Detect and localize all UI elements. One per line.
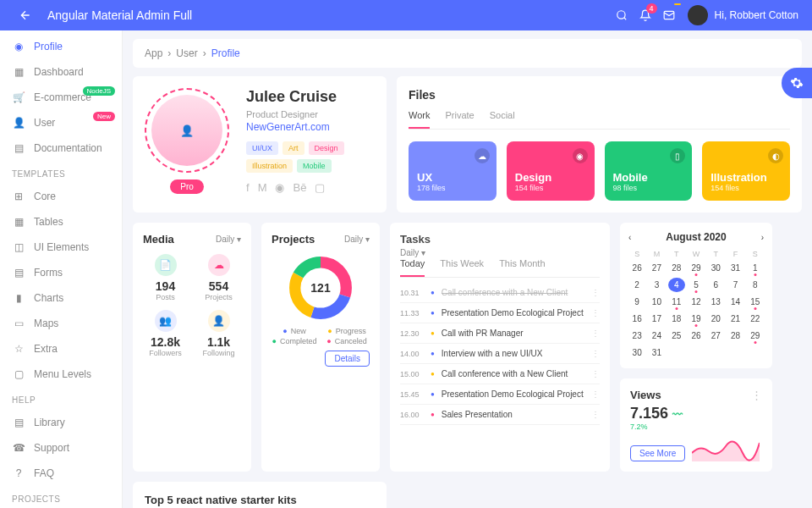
cal-day[interactable]: 27: [707, 329, 724, 343]
cal-day[interactable]: 17: [648, 312, 665, 326]
tag-illustration: Illustration: [246, 159, 293, 173]
cal-day[interactable]: 3: [648, 278, 665, 292]
cal-day[interactable]: 18: [668, 312, 685, 326]
cal-day[interactable]: 4: [668, 278, 685, 292]
tasks-select[interactable]: Daily ▾: [400, 248, 425, 257]
cal-day[interactable]: 6: [707, 278, 724, 292]
file-tab-social[interactable]: Social: [490, 110, 515, 129]
more-icon[interactable]: ⋮: [751, 389, 762, 401]
task-more-icon[interactable]: ⋮: [591, 369, 600, 378]
cal-day[interactable]: 30: [707, 261, 724, 275]
nav-user[interactable]: 👤UserNew: [0, 110, 122, 135]
nav-dashboard[interactable]: ▦Dashboard: [0, 59, 122, 85]
nav-documentation[interactable]: ▤Documentation: [0, 135, 122, 161]
cal-day[interactable]: 7: [727, 278, 743, 292]
cal-day[interactable]: 19: [688, 312, 705, 326]
nav-forms[interactable]: ▤Forms: [0, 260, 122, 285]
cal-day[interactable]: 26: [628, 261, 645, 275]
file-tab-work[interactable]: Work: [409, 110, 430, 129]
task-tab-today[interactable]: Today: [400, 258, 425, 277]
cal-day[interactable]: 31: [648, 345, 665, 360]
cal-next[interactable]: ›: [761, 233, 764, 242]
greeting: Hi, Robbert Cotton: [715, 9, 798, 21]
nav-support[interactable]: ☎Support: [0, 435, 122, 461]
task-more-icon[interactable]: ⋮: [591, 288, 600, 297]
see-more-button[interactable]: See More: [630, 445, 685, 461]
file-tab-private[interactable]: Private: [445, 110, 474, 129]
nav-charts[interactable]: ▮Charts: [0, 285, 122, 311]
task-more-icon[interactable]: ⋮: [591, 308, 600, 318]
cal-day[interactable]: 15: [747, 295, 764, 309]
nav-e-commerce[interactable]: 🛒E-commerceNodeJS: [0, 85, 122, 110]
cal-day[interactable]: 9: [628, 295, 645, 309]
section-projects: PROJECTS: [0, 486, 122, 508]
nav-tables[interactable]: ▦Tables: [0, 209, 122, 235]
nav-core[interactable]: ⊞Core: [0, 184, 122, 209]
nav-profile[interactable]: ◉Profile: [0, 34, 122, 59]
cal-day: [727, 345, 743, 360]
cal-day[interactable]: 31: [727, 261, 743, 275]
cal-day[interactable]: 22: [747, 312, 764, 326]
cal-day[interactable]: 30: [628, 345, 645, 360]
cal-day[interactable]: 28: [668, 261, 685, 275]
avatar[interactable]: [688, 5, 708, 25]
cal-day[interactable]: 27: [648, 261, 665, 275]
nav-extra[interactable]: ☆Extra: [0, 336, 122, 362]
cal-day[interactable]: 14: [727, 295, 743, 309]
cal-day[interactable]: 2: [628, 278, 645, 292]
folder-mobile[interactable]: ▯Mobile98 files: [605, 141, 693, 201]
cal-day[interactable]: 12: [688, 295, 705, 309]
cal-day[interactable]: 1: [747, 261, 764, 275]
task-more-icon[interactable]: ⋮: [591, 389, 600, 399]
cal-day[interactable]: 23: [628, 329, 645, 343]
cal-day[interactable]: 29: [688, 261, 705, 275]
behance-icon[interactable]: Bē: [293, 181, 306, 194]
search-icon[interactable]: [610, 3, 634, 27]
mail-icon[interactable]: [657, 3, 681, 27]
folder-ux[interactable]: ☁UX178 files: [409, 141, 497, 201]
task-more-icon[interactable]: ⋮: [591, 410, 600, 419]
cal-day[interactable]: 11: [668, 295, 685, 309]
task-more-icon[interactable]: ⋮: [591, 349, 600, 358]
cal-day[interactable]: 21: [727, 312, 743, 326]
settings-fab[interactable]: [782, 68, 812, 98]
bell-icon[interactable]: 4: [634, 3, 657, 27]
details-button[interactable]: Details: [325, 351, 370, 367]
facebook-icon[interactable]: f: [246, 181, 250, 194]
nav-ui-elements[interactable]: ◫UI Elements: [0, 235, 122, 260]
nav-library[interactable]: ▤Library: [0, 410, 122, 435]
task-tab-this-month[interactable]: This Month: [499, 258, 545, 277]
profile-link[interactable]: NewGenerArt.com: [246, 121, 375, 133]
task-tab-this-week[interactable]: This Week: [440, 258, 484, 277]
projects-select[interactable]: Daily ▾: [344, 235, 370, 244]
cal-day[interactable]: 16: [628, 312, 645, 326]
cal-day[interactable]: 24: [648, 329, 665, 343]
cal-day[interactable]: 28: [727, 329, 743, 343]
cal-day[interactable]: 13: [707, 295, 724, 309]
medium-icon[interactable]: M: [258, 181, 267, 194]
task-row: 10.31●Call conference with a New Client⋮: [400, 283, 600, 303]
instagram-icon[interactable]: ▢: [315, 181, 325, 194]
cal-day[interactable]: 29: [747, 329, 764, 343]
dribbble-icon[interactable]: ◉: [275, 181, 284, 194]
projects-donut: 121: [287, 254, 354, 322]
cal-day[interactable]: 25: [668, 329, 685, 343]
cal-day[interactable]: 26: [688, 329, 705, 343]
files-title: Files: [409, 88, 790, 102]
cal-prev[interactable]: ‹: [628, 233, 631, 242]
folder-design[interactable]: ◉Design154 files: [507, 141, 595, 201]
media-select[interactable]: Daily ▾: [216, 235, 241, 244]
cal-day[interactable]: 5: [688, 278, 705, 292]
views-card: Views⋮ 7.156 〰 7.2% See More: [620, 378, 772, 472]
nav-maps[interactable]: ▭Maps: [0, 311, 122, 336]
cal-day[interactable]: 20: [707, 312, 724, 326]
folder-illustration[interactable]: ◐Illustration154 files: [702, 141, 790, 201]
cal-day[interactable]: 10: [648, 295, 665, 309]
tag-design: Design: [309, 141, 344, 155]
sidebar: ◉Profile▦Dashboard🛒E-commerceNodeJS👤User…: [0, 30, 123, 508]
task-more-icon[interactable]: ⋮: [591, 329, 600, 338]
nav-menu-levels[interactable]: ▢Menu Levels: [0, 362, 122, 387]
back-icon[interactable]: [14, 3, 37, 27]
nav-faq[interactable]: ?FAQ: [0, 461, 122, 486]
cal-day[interactable]: 8: [747, 278, 764, 292]
